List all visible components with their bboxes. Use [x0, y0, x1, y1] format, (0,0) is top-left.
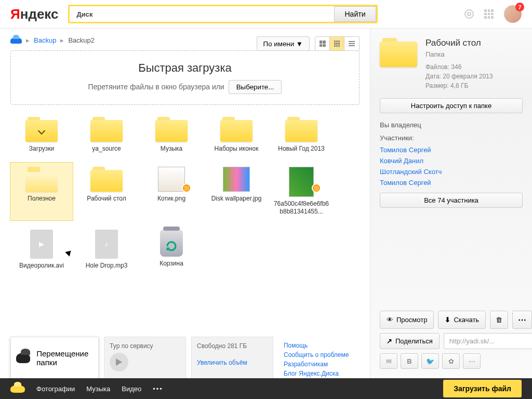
- access-button[interactable]: Настроить доступ к папке: [380, 98, 523, 113]
- file-name: Hole Drop.mp3: [86, 262, 128, 270]
- folder-icon: [90, 117, 123, 142]
- help-link[interactable]: Разработчикам: [284, 361, 354, 368]
- file-name: Новый Год 2013: [278, 145, 325, 153]
- help-links: ПомощьСообщить о проблемеРазработчикамБл…: [278, 337, 360, 378]
- logo[interactable]: Яндекс: [10, 6, 59, 22]
- file-item[interactable]: Рабочий стол: [75, 163, 138, 220]
- help-link[interactable]: Помощь: [284, 342, 354, 349]
- image-thumb: [289, 167, 314, 197]
- file-item[interactable]: ya_source: [75, 113, 138, 157]
- twitter-icon[interactable]: 🐦: [421, 353, 439, 369]
- view-list-icon[interactable]: [344, 37, 359, 50]
- side-panel: Рабочий стол Папка Файлов: 346 Дата: 20 …: [370, 29, 532, 378]
- sort-button[interactable]: По имени ▼: [257, 36, 310, 51]
- file-item[interactable]: Новый Год 2013: [270, 113, 332, 157]
- file-name: Корзина: [159, 260, 183, 268]
- mail-icon[interactable]: ✉: [380, 353, 397, 369]
- audio-badge-icon: ))): [182, 183, 191, 193]
- folder-icon: [90, 167, 123, 192]
- file-item[interactable]: )))76a500c4f8e6e6fb6b8b81341455...: [270, 163, 332, 220]
- audio-icon: ♪: [95, 230, 118, 259]
- share-button[interactable]: Поделиться: [380, 333, 440, 349]
- file-item[interactable]: ▶Видеоролик.avi: [10, 225, 73, 274]
- dots-icon: [518, 315, 526, 325]
- header: Яндекс Диск Найти 7: [0, 0, 532, 29]
- nav-photos[interactable]: Фотографии: [36, 385, 75, 393]
- download-button[interactable]: Скачать: [438, 311, 486, 329]
- space-card[interactable]: Свободно 281 ГБ Увеличить объём: [191, 337, 273, 378]
- file-name: Музыка: [161, 145, 182, 153]
- help-link[interactable]: Сообщить о проблеме: [284, 351, 354, 358]
- vk-icon[interactable]: B: [401, 353, 418, 369]
- search-input[interactable]: [100, 6, 334, 22]
- dropzone-title: Быстрая загрузка: [21, 61, 349, 75]
- owner-label: Вы владелец: [380, 121, 523, 129]
- participant-link[interactable]: Томилов Сергей: [380, 179, 523, 187]
- nav-more-icon[interactable]: •••: [153, 385, 163, 393]
- avatar[interactable]: 7: [504, 5, 522, 23]
- search-button[interactable]: Найти: [334, 6, 377, 22]
- file-item[interactable]: Корзина: [140, 225, 203, 274]
- file-item[interactable]: Полезное: [10, 163, 73, 220]
- side-folder-icon: [380, 38, 417, 67]
- file-item[interactable]: )))Котик.png: [140, 163, 203, 220]
- crumb-backup[interactable]: Backup: [34, 36, 56, 44]
- file-name: Disk wallpaper.jpg: [211, 195, 262, 203]
- all-participants-button[interactable]: Все 74 участника: [380, 193, 523, 208]
- help-link[interactable]: Блог Яндекс.Диска: [284, 370, 354, 377]
- file-name: Полезное: [28, 195, 56, 203]
- tour-card[interactable]: Typ по сервису: [104, 337, 186, 378]
- participant-link[interactable]: Шотландский Скотч: [380, 168, 523, 176]
- bottom-bar: Фотографии Музыка Видео ••• Загрузить фа…: [0, 378, 532, 399]
- file-name: Загрузки: [29, 145, 54, 153]
- file-name: ya_source: [92, 145, 121, 153]
- file-item[interactable]: ♪Hole Drop.mp3: [75, 225, 138, 274]
- ufo-icon: [16, 353, 30, 363]
- notification-badge: 7: [515, 3, 524, 11]
- file-item[interactable]: Наборы иконок: [205, 113, 268, 157]
- participant-link[interactable]: Томилов Сергей: [380, 146, 523, 154]
- file-item[interactable]: Disk wallpaper.jpg: [205, 163, 268, 220]
- more-button[interactable]: [512, 311, 532, 329]
- download-icon: [445, 316, 450, 324]
- nav-video[interactable]: Видео: [122, 385, 141, 393]
- file-name: Наборы иконок: [215, 145, 259, 153]
- view-medium-icon[interactable]: [330, 37, 344, 50]
- file-name: Котик.png: [157, 195, 185, 203]
- choose-file-button[interactable]: Выберите...: [229, 80, 282, 94]
- crumb-current: Backup2: [68, 36, 95, 44]
- image-thumb: [158, 167, 185, 192]
- apps-icon[interactable]: [484, 9, 494, 19]
- dropzone[interactable]: Быстрая загрузка Перетяните файлы в окно…: [10, 50, 360, 105]
- recycle-bin-icon: [160, 230, 183, 257]
- ok-icon[interactable]: ✿: [442, 353, 460, 369]
- view-switcher: [315, 36, 360, 51]
- video-icon: ▶: [30, 230, 53, 259]
- nav-music[interactable]: Музыка: [86, 385, 110, 393]
- file-name: Видеоролик.avi: [19, 262, 64, 270]
- file-name: Рабочий стол: [87, 195, 126, 203]
- more-social-icon[interactable]: ⋯: [463, 353, 481, 369]
- participant-link[interactable]: Ковчий Данил: [380, 157, 523, 165]
- file-item[interactable]: Музыка: [140, 113, 203, 157]
- participant-list: Томилов СергейКовчий ДанилШотландский Ск…: [380, 146, 523, 190]
- file-item[interactable]: Загрузки: [10, 113, 73, 157]
- eye-icon: [387, 316, 393, 324]
- share-url-input[interactable]: [444, 333, 532, 349]
- folder-icon: [220, 117, 252, 142]
- file-grid: Загрузкиya_sourceМузыкаНаборы иконокНовы…: [10, 113, 360, 274]
- view-large-icon[interactable]: [315, 37, 330, 50]
- delete-button[interactable]: [490, 311, 508, 329]
- trash-icon: [496, 316, 502, 324]
- upload-button[interactable]: Загрузить файл: [443, 380, 522, 397]
- preview-button[interactable]: Просмотр: [380, 311, 434, 329]
- file-name: 76a500c4f8e6e6fb6b8b81341455...: [273, 200, 330, 216]
- folder-icon: [155, 117, 188, 142]
- folder-icon: [285, 117, 317, 142]
- folder-icon: [25, 167, 58, 192]
- ufo-home-icon[interactable]: [10, 385, 25, 393]
- disk-root-icon[interactable]: [10, 37, 22, 44]
- search-scope[interactable]: Диск: [70, 6, 100, 22]
- moving-toast: Перемещение папки: [10, 337, 99, 378]
- settings-icon[interactable]: [464, 9, 474, 19]
